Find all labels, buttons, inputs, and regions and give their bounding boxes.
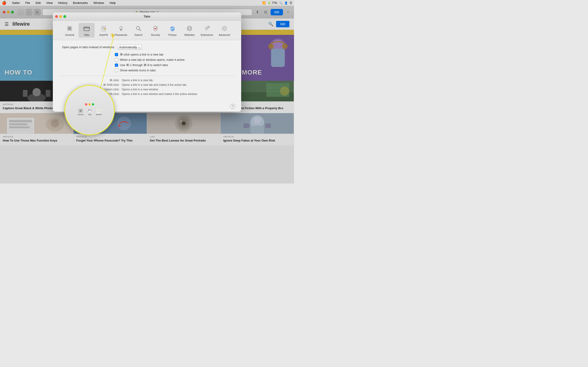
checkbox-1[interactable]: ✓ xyxy=(115,53,118,56)
wifi-icon: 📶 xyxy=(262,1,266,5)
privacy-icon xyxy=(168,24,177,33)
shortcut-row-1: ⌘-click: Opens a link in a new tab. xyxy=(60,79,234,82)
websites-icon xyxy=(185,24,194,33)
dialog-toolbar: General Tabs xyxy=(53,21,241,40)
shortcut-desc-2: Opens a link in a new tab and makes it t… xyxy=(122,83,187,86)
shortcut-desc-4: Opens a link in a new window and makes i… xyxy=(122,92,198,96)
mini-zoom xyxy=(92,103,94,106)
checkbox-2[interactable] xyxy=(115,58,118,61)
magnifier-content: General Tabs xyxy=(65,86,114,134)
mini-minimize xyxy=(88,103,91,106)
checkbox-website-icons[interactable]: Show website icons in tabs xyxy=(115,69,234,72)
tabs-label: Tabs xyxy=(84,33,89,36)
tab-passwords[interactable]: Passwords xyxy=(112,23,130,38)
security-label: Security xyxy=(151,33,160,36)
checkbox-1-label: ⌘-click opens a link in a new tab xyxy=(120,53,163,56)
tab-tabs[interactable]: Tabs xyxy=(78,23,95,38)
checkbox-new-tab-active[interactable]: When a new tab or window opens, make it … xyxy=(115,58,234,61)
websites-label: Websites xyxy=(184,33,195,36)
svg-rect-62 xyxy=(102,29,104,29)
passwords-label: Passwords xyxy=(115,33,127,36)
dialog-titlebar: Tabs xyxy=(53,12,241,21)
search-label: Search xyxy=(135,33,143,36)
checkbox-4-label: Show website icons in tabs xyxy=(120,69,156,72)
help-button[interactable]: ? xyxy=(230,104,235,109)
svg-rect-65 xyxy=(121,29,121,30)
menubar: 🍎 Safari File Edit View History Bookmark… xyxy=(0,0,294,6)
svg-rect-61 xyxy=(102,28,105,28)
open-pages-label: Open pages in tabs instead of windows: xyxy=(60,45,115,49)
tab-autofill[interactable]: AutoFill xyxy=(95,23,112,38)
shortcut-desc-1: Opens a link in a new tab. xyxy=(122,79,153,82)
svg-rect-56 xyxy=(84,27,86,28)
mini-general-label: General xyxy=(78,114,84,115)
tab-general[interactable]: General xyxy=(61,23,78,38)
open-pages-value: Automatically xyxy=(119,45,137,49)
shortcut-desc-3: Opens a link in a new window. xyxy=(122,88,159,91)
checkbox-3-label: Use ⌘-1 through ⌘-9 to switch tabs xyxy=(120,63,168,67)
checkbox-4[interactable] xyxy=(115,69,118,72)
svg-line-67 xyxy=(139,29,141,31)
svg-rect-77 xyxy=(80,110,82,111)
menu-view[interactable]: View xyxy=(45,1,53,5)
advanced-icon xyxy=(220,24,229,33)
checkbox-cmd-click[interactable]: ✓ ⌘-click opens a link in a new tab xyxy=(115,53,234,56)
extensions-label: Extensions xyxy=(201,33,213,36)
dialog-minimize[interactable] xyxy=(59,15,62,18)
dialog-zoom[interactable] xyxy=(63,15,66,18)
extensions-icon xyxy=(203,24,211,33)
passwords-icon xyxy=(117,24,125,33)
mini-tabs-label: Tabs xyxy=(88,114,91,115)
svg-point-72 xyxy=(223,27,225,30)
magnifier-circle: General Tabs xyxy=(64,85,115,135)
tab-websites[interactable]: Websites xyxy=(182,23,198,38)
mini-tab-tabs: Tabs xyxy=(86,107,94,116)
svg-rect-54 xyxy=(68,27,71,30)
svg-rect-60 xyxy=(102,27,105,27)
checkbox-cmd-1-9[interactable]: ✓ Use ⌘-1 through ⌘-9 to switch tabs xyxy=(115,63,234,67)
autofill-label: AutoFill xyxy=(99,33,108,36)
mini-traffic-lights xyxy=(85,103,94,106)
autofill-icon xyxy=(99,24,108,33)
menu-help[interactable]: Help xyxy=(109,1,117,5)
mini-tab-autofill: AutoFill xyxy=(95,107,103,116)
list-icon[interactable]: ☰ xyxy=(290,1,292,5)
profile-icon[interactable]: 👤 xyxy=(284,1,288,5)
svg-rect-57 xyxy=(86,27,89,28)
search-icon[interactable]: 🔍 xyxy=(279,1,283,5)
menu-file[interactable]: File xyxy=(24,1,31,5)
menubar-right: 📶 🔋 77% 🔍 👤 ☰ xyxy=(262,1,292,5)
menu-edit[interactable]: Edit xyxy=(35,1,42,5)
tab-privacy[interactable]: Privacy xyxy=(164,23,181,38)
tab-search[interactable]: Search xyxy=(130,23,147,38)
mini-tabs-icon xyxy=(87,108,92,113)
security-icon xyxy=(151,24,160,33)
mini-autofill-icon xyxy=(96,108,101,113)
tab-security[interactable]: Security xyxy=(147,23,164,38)
menu-window[interactable]: Window xyxy=(93,1,105,5)
dialog-close[interactable] xyxy=(55,15,58,18)
search-pref-icon xyxy=(134,24,143,33)
menu-bookmarks[interactable]: Bookmarks xyxy=(72,1,89,5)
dialog-title: Tabs xyxy=(144,15,150,18)
tabs-icon xyxy=(82,24,91,33)
mini-tab-general: General xyxy=(77,107,85,116)
open-pages-row: Open pages in tabs instead of windows: A… xyxy=(60,45,234,50)
shortcut-key-1: ⌘-click: xyxy=(73,79,120,82)
dialog-traffic-lights xyxy=(55,15,66,18)
checkbox-2-label: When a new tab or window opens, make it … xyxy=(120,58,185,61)
tab-extensions[interactable]: Extensions xyxy=(199,23,216,38)
apple-menu[interactable]: 🍎 xyxy=(2,1,6,5)
checkbox-3[interactable]: ✓ xyxy=(115,64,118,67)
mini-close xyxy=(85,103,87,106)
select-chevron-icon: ⌄ xyxy=(138,45,140,49)
mini-autofill-label: AutoFill xyxy=(96,114,101,115)
menu-history[interactable]: History xyxy=(57,1,68,5)
tab-advanced[interactable]: Advanced xyxy=(216,23,233,38)
open-pages-select[interactable]: Automatically ⌄ xyxy=(118,45,142,50)
battery-icon: 🔋 77% xyxy=(268,1,277,5)
advanced-label: Advanced xyxy=(219,33,230,36)
menu-safari[interactable]: Safari xyxy=(11,1,21,5)
general-label: General xyxy=(65,33,74,36)
mini-general-icon xyxy=(78,108,83,113)
